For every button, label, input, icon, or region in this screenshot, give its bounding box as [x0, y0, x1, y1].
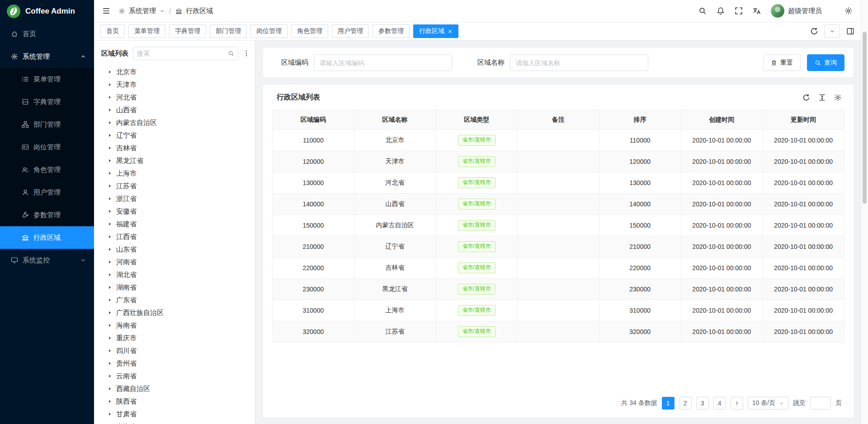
- caret-right-icon[interactable]: [108, 171, 112, 176]
- tree-node[interactable]: 青海省: [108, 420, 255, 424]
- jump-page-input[interactable]: [810, 397, 831, 410]
- tree-node[interactable]: 内蒙古自治区: [108, 116, 255, 129]
- tree-node[interactable]: 广东省: [108, 294, 255, 306]
- region-name-input[interactable]: [510, 54, 648, 71]
- caret-right-icon[interactable]: [108, 285, 112, 290]
- caret-right-icon[interactable]: [108, 184, 112, 188]
- tree-node[interactable]: 安徽省: [108, 205, 255, 218]
- sidebar-subitem[interactable]: 行政区域: [0, 226, 94, 249]
- page-tab[interactable]: 菜单管理: [128, 24, 165, 38]
- scrollbar-thumb[interactable]: [863, 32, 867, 204]
- caret-right-icon[interactable]: [108, 399, 112, 404]
- tree-node[interactable]: 云南省: [108, 370, 255, 382]
- caret-right-icon[interactable]: [108, 336, 112, 340]
- app-logo[interactable]: Coffee Admin: [0, 0, 94, 23]
- sidebar-subitem[interactable]: 字典管理: [0, 91, 94, 113]
- tree-node[interactable]: 重庆市: [108, 332, 255, 344]
- sidebar-subitem[interactable]: 部门管理: [0, 113, 94, 136]
- caret-right-icon[interactable]: [108, 247, 112, 252]
- tree-node[interactable]: 陕西省: [108, 395, 255, 408]
- tree-node[interactable]: 河北省: [108, 91, 255, 104]
- caret-right-icon[interactable]: [108, 323, 112, 328]
- tree-node[interactable]: 湖北省: [108, 268, 255, 281]
- page-number-button[interactable]: 1: [662, 397, 675, 410]
- page-tab[interactable]: 角色管理: [291, 24, 328, 38]
- tree-search-input[interactable]: [137, 50, 225, 57]
- sidebar-subitem[interactable]: 角色管理: [0, 158, 94, 181]
- page-tab[interactable]: 行政区域: [413, 24, 458, 38]
- table-row[interactable]: 320000 江苏省 省市/直辖市 320000 2020-10-01 00:0…: [273, 321, 844, 343]
- sidebar-item-home[interactable]: 首页: [0, 23, 94, 45]
- tree-node[interactable]: 广西壮族自治区: [108, 306, 255, 319]
- tree-node[interactable]: 天津市: [108, 78, 255, 91]
- next-page-button[interactable]: [731, 397, 743, 410]
- caret-right-icon[interactable]: [108, 310, 112, 315]
- reset-button[interactable]: 重置: [763, 54, 801, 71]
- tree-node[interactable]: 吉林省: [108, 142, 255, 154]
- tree-node[interactable]: 贵州省: [108, 357, 255, 370]
- tree-node[interactable]: 山东省: [108, 243, 255, 256]
- caret-right-icon[interactable]: [108, 361, 112, 366]
- table-row[interactable]: 220000 吉林省 省市/直辖市 220000 2020-10-01 00:0…: [273, 257, 844, 279]
- table-row[interactable]: 120000 天津市 省市/直辖市 120000 2020-10-01 00:0…: [273, 151, 844, 172]
- caret-right-icon[interactable]: [108, 120, 112, 125]
- search-button[interactable]: 查询: [807, 54, 844, 71]
- page-tab[interactable]: 部门管理: [210, 24, 247, 38]
- tree-node[interactable]: 浙江省: [108, 192, 255, 205]
- tree-node[interactable]: 江苏省: [108, 180, 255, 192]
- tree-node[interactable]: 河南省: [108, 256, 255, 268]
- page-number-button[interactable]: 2: [679, 397, 692, 410]
- refresh-icon[interactable]: [802, 94, 810, 101]
- caret-right-icon[interactable]: [108, 272, 112, 277]
- tree-node[interactable]: 福建省: [108, 218, 255, 230]
- layout-columns-icon[interactable]: [846, 27, 854, 35]
- sidebar-subitem[interactable]: 用户管理: [0, 181, 94, 204]
- caret-right-icon[interactable]: [108, 108, 112, 112]
- page-tab[interactable]: 首页: [100, 24, 125, 38]
- page-number-button[interactable]: 3: [696, 397, 709, 410]
- tree-node[interactable]: 辽宁省: [108, 129, 255, 142]
- caret-right-icon[interactable]: [108, 146, 112, 150]
- caret-right-icon[interactable]: [108, 412, 112, 416]
- caret-right-icon[interactable]: [108, 298, 112, 302]
- caret-right-icon[interactable]: [108, 82, 112, 87]
- close-icon[interactable]: [448, 29, 453, 34]
- user-menu[interactable]: 超级管理员: [771, 4, 822, 18]
- tree-node[interactable]: 四川省: [108, 344, 255, 357]
- search-icon[interactable]: [228, 50, 234, 57]
- theme-settings-icon[interactable]: [844, 7, 853, 15]
- tab-actions-dropdown[interactable]: [825, 24, 840, 38]
- caret-right-icon[interactable]: [108, 70, 112, 74]
- caret-right-icon[interactable]: [108, 374, 112, 378]
- column-height-icon[interactable]: [818, 94, 826, 101]
- page-tab[interactable]: 参数管理: [373, 24, 410, 38]
- more-options-icon[interactable]: [243, 50, 250, 57]
- region-code-input[interactable]: [314, 54, 452, 71]
- caret-right-icon[interactable]: [108, 260, 112, 264]
- caret-right-icon[interactable]: [108, 196, 112, 201]
- caret-right-icon[interactable]: [108, 234, 112, 239]
- tree-node[interactable]: 甘肃省: [108, 408, 255, 420]
- sidebar-group-monitor[interactable]: 系统监控: [0, 249, 94, 272]
- tree-node[interactable]: 西藏自治区: [108, 382, 255, 395]
- caret-right-icon[interactable]: [108, 386, 112, 391]
- tree-node[interactable]: 湖南省: [108, 281, 255, 294]
- caret-right-icon[interactable]: [108, 348, 112, 353]
- menu-fold-icon[interactable]: [102, 7, 110, 15]
- table-row[interactable]: 210000 辽宁省 省市/直辖市 210000 2020-10-01 00:0…: [273, 236, 844, 257]
- sidebar-subitem[interactable]: 参数管理: [0, 204, 94, 226]
- table-row[interactable]: 310000 上海市 省市/直辖市 310000 2020-10-01 00:0…: [273, 300, 844, 321]
- table-row[interactable]: 140000 山西省 省市/直辖市 140000 2020-10-01 00:0…: [273, 194, 844, 215]
- caret-right-icon[interactable]: [108, 133, 112, 138]
- table-row[interactable]: 130000 河北省 省市/直辖市 130000 2020-10-01 00:0…: [273, 172, 844, 194]
- page-size-select[interactable]: 10 条/页: [748, 397, 788, 410]
- table-row[interactable]: 150000 内蒙古自治区 省市/直辖市 150000 2020-10-01 0…: [273, 215, 844, 236]
- tree-node[interactable]: 上海市: [108, 167, 255, 180]
- tree-node[interactable]: 海南省: [108, 319, 255, 332]
- page-tab[interactable]: 字典管理: [169, 24, 206, 38]
- translate-icon[interactable]: [753, 7, 761, 15]
- caret-right-icon[interactable]: [108, 95, 112, 100]
- table-row[interactable]: 110000 北京市 省市/直辖市 110000 2020-10-01 00:0…: [273, 130, 844, 151]
- sidebar-group-system[interactable]: 系统管理: [0, 45, 94, 68]
- table-row[interactable]: 230000 黑龙江省 省市/直辖市 230000 2020-10-01 00:…: [273, 279, 844, 300]
